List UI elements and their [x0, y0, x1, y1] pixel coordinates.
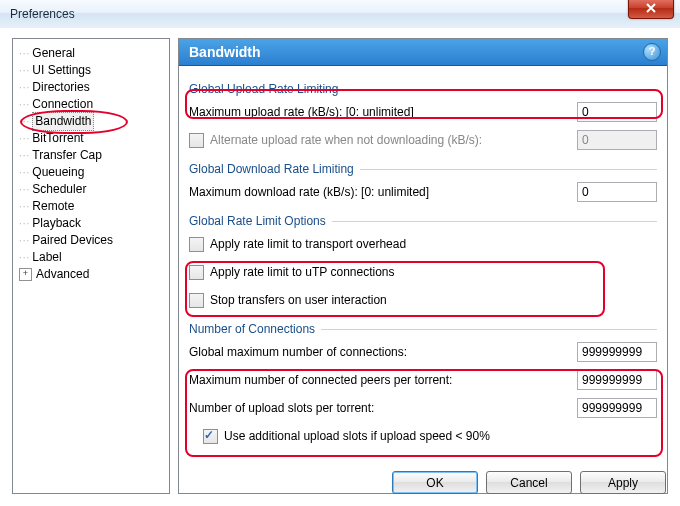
group-upload-title: Global Upload Rate Limiting	[189, 82, 657, 96]
close-icon	[645, 3, 657, 13]
label-max-upload: Maximum upload rate (kB/s): [0: unlimite…	[189, 105, 577, 119]
group-options-title: Global Rate Limit Options	[189, 214, 657, 228]
help-button[interactable]: ?	[643, 43, 661, 61]
dialog-buttons: OK Cancel Apply	[392, 471, 666, 494]
input-max-download[interactable]	[577, 182, 657, 202]
label-peers-per-torrent: Maximum number of connected peers per to…	[189, 373, 577, 387]
label-extra-slots: Use additional upload slots if upload sp…	[224, 429, 657, 443]
checkbox-utp[interactable]	[189, 265, 204, 280]
label-overhead: Apply rate limit to transport overhead	[210, 237, 657, 251]
sidebar-item-paired-devices[interactable]: ···Paired Devices	[19, 232, 165, 249]
sidebar-item-label[interactable]: ···Label	[19, 249, 165, 266]
sidebar-item-scheduler[interactable]: ···Scheduler	[19, 181, 165, 198]
preferences-window: Preferences ···General ···UI Settings ··…	[0, 0, 680, 506]
window-title: Preferences	[10, 7, 75, 21]
label-alt-upload: Alternate upload rate when not downloadi…	[210, 133, 577, 147]
sidebar-item-remote[interactable]: ···Remote	[19, 198, 165, 215]
group-download-title: Global Download Rate Limiting	[189, 162, 657, 176]
checkbox-overhead[interactable]	[189, 237, 204, 252]
input-upload-slots[interactable]	[577, 398, 657, 418]
row-opt-utp: Apply rate limit to uTP connections	[189, 260, 657, 284]
input-peers-per-torrent[interactable]	[577, 370, 657, 390]
ok-button[interactable]: OK	[392, 471, 478, 494]
sidebar-item-bittorrent[interactable]: ···BitTorrent	[19, 130, 165, 147]
checkbox-stop-transfers[interactable]	[189, 293, 204, 308]
panel-title: Bandwidth	[189, 44, 261, 60]
close-button[interactable]	[628, 0, 674, 19]
row-max-download: Maximum download rate (kB/s): [0: unlimi…	[189, 180, 657, 204]
sidebar-item-directories[interactable]: ···Directories	[19, 79, 165, 96]
sidebar-item-queueing[interactable]: ···Queueing	[19, 164, 165, 181]
expand-icon[interactable]: +	[19, 268, 32, 281]
checkbox-alt-upload[interactable]	[189, 133, 204, 148]
label-utp: Apply rate limit to uTP connections	[210, 265, 657, 279]
row-extra-slots: Use additional upload slots if upload sp…	[189, 424, 657, 448]
row-alt-upload: Alternate upload rate when not downloadi…	[189, 128, 657, 152]
apply-button[interactable]: Apply	[580, 471, 666, 494]
sidebar-item-transfer-cap[interactable]: ···Transfer Cap	[19, 147, 165, 164]
category-tree: ···General ···UI Settings ···Directories…	[12, 38, 170, 494]
checkbox-extra-slots[interactable]	[203, 429, 218, 444]
row-opt-stop: Stop transfers on user interaction	[189, 288, 657, 312]
input-max-upload[interactable]	[577, 102, 657, 122]
sidebar-item-connection[interactable]: ···Connection	[19, 96, 165, 113]
titlebar: Preferences	[0, 0, 680, 29]
settings-panel: Bandwidth ? Global Upload Rate Limiting …	[178, 38, 668, 494]
label-global-max-conn: Global maximum number of connections:	[189, 345, 577, 359]
row-opt-overhead: Apply rate limit to transport overhead	[189, 232, 657, 256]
cancel-button[interactable]: Cancel	[486, 471, 572, 494]
input-global-max-conn[interactable]	[577, 342, 657, 362]
sidebar-item-bandwidth[interactable]: ···Bandwidth	[19, 113, 165, 130]
row-peers-per-torrent: Maximum number of connected peers per to…	[189, 368, 657, 392]
label-stop-transfers: Stop transfers on user interaction	[210, 293, 657, 307]
label-max-download: Maximum download rate (kB/s): [0: unlimi…	[189, 185, 577, 199]
row-global-max-conn: Global maximum number of connections:	[189, 340, 657, 364]
sidebar-item-playback[interactable]: ···Playback	[19, 215, 165, 232]
sidebar-item-general[interactable]: ···General	[19, 45, 165, 62]
sidebar-item-ui-settings[interactable]: ···UI Settings	[19, 62, 165, 79]
sidebar-item-advanced[interactable]: +Advanced	[19, 266, 165, 283]
row-upload-slots: Number of upload slots per torrent:	[189, 396, 657, 420]
group-conns-title: Number of Connections	[189, 322, 657, 336]
row-max-upload: Maximum upload rate (kB/s): [0: unlimite…	[189, 100, 657, 124]
panel-header: Bandwidth ?	[179, 39, 667, 66]
input-alt-upload	[577, 130, 657, 150]
label-upload-slots: Number of upload slots per torrent:	[189, 401, 577, 415]
